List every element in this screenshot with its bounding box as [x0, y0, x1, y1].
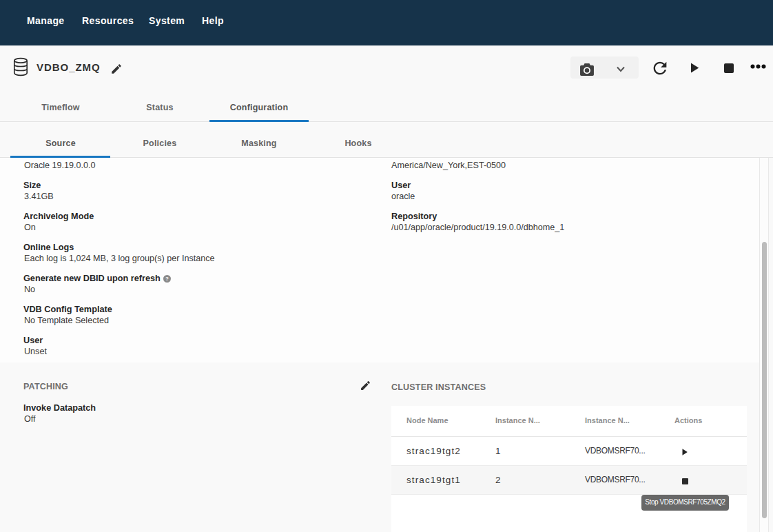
svg-text:?: ? [165, 276, 169, 282]
